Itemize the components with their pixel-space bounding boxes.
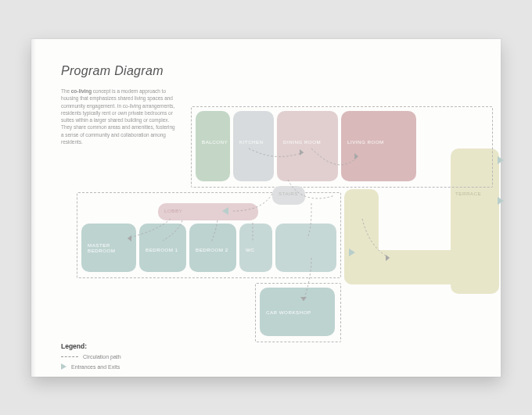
legend-heading: Legend: <box>61 342 87 350</box>
para-lead: co-living <box>71 88 92 94</box>
floor-plan: TERRACE BALCONY KITCHEN DINING ROOM LIVI… <box>77 102 483 360</box>
bed2-label: BEDROOM 2 <box>196 247 230 252</box>
terrace-label: TERRACE <box>455 191 494 196</box>
room-balcony: BALCONY <box>196 111 230 181</box>
stairs-label: STAIRS <box>279 191 299 196</box>
stage: Program Diagram The co-living concept is… <box>0 0 532 415</box>
legend-circulation-label: Circulation path <box>83 354 121 360</box>
arrow-entry-icon <box>349 249 355 256</box>
para-prefix: The <box>61 88 71 94</box>
room-master-bedroom: MASTER BEDROOM <box>81 224 136 272</box>
document-card: Program Diagram The co-living concept is… <box>31 39 501 377</box>
triangle-icon <box>61 363 66 370</box>
room-living: LIVING ROOM <box>341 111 416 181</box>
room-kitchen: KITCHEN <box>233 111 274 181</box>
arrow-entry-icon <box>222 207 228 215</box>
page-title: Program Diagram <box>61 64 164 78</box>
dining-label: DINING ROOM <box>283 139 332 145</box>
room-bedroom-2: BEDROOM 2 <box>189 224 236 272</box>
master-label: MASTER BEDROOM <box>88 242 130 253</box>
room-passage <box>275 224 336 272</box>
legend: Legend: Circulation path Entrances and E… <box>61 342 121 370</box>
legend-entrances-label: Entrances and Exits <box>71 364 120 370</box>
kitchen-label: KITCHEN <box>239 139 268 145</box>
room-lobby: LOBBY <box>158 203 258 220</box>
bed1-label: BEDROOM 1 <box>146 247 180 252</box>
room-wc: WC <box>239 224 272 272</box>
book-spine <box>31 39 36 377</box>
arrow-exit-icon <box>498 197 504 205</box>
room-bedroom-1: BEDROOM 1 <box>139 224 186 272</box>
room-car-workshop: CAR WORKSHOP <box>260 288 335 336</box>
arrow-exit-icon <box>498 156 504 164</box>
dashed-line-icon <box>61 356 78 357</box>
wc-label: WC <box>246 247 266 252</box>
room-dining: DINING ROOM <box>277 111 338 181</box>
legend-row-entrances: Entrances and Exits <box>61 363 121 370</box>
legend-row-circulation: Circulation path <box>61 354 121 360</box>
lobby-label: LOBBY <box>164 208 252 213</box>
balcony-label: BALCONY <box>202 139 224 145</box>
living-label: LIVING ROOM <box>347 139 410 145</box>
workshop-label: CAR WORKSHOP <box>266 309 329 315</box>
room-stairs: STAIRS <box>272 186 305 205</box>
corridor-horizontal <box>344 250 462 284</box>
